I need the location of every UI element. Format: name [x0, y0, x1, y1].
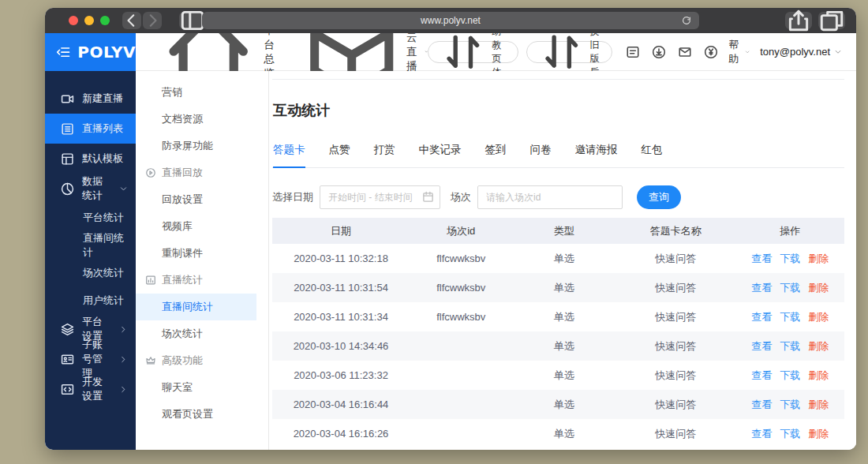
view-link[interactable]: 查看	[751, 340, 772, 352]
cell-date: 2020-03-04 16:16:44	[272, 390, 410, 419]
currency-icon[interactable]	[704, 45, 718, 59]
sidebar-item-开发设置[interactable]: 开发设置	[45, 374, 136, 404]
back-button[interactable]	[122, 12, 141, 29]
header-pill-button[interactable]: 切换旧版后台	[526, 41, 612, 63]
desktop-background: www.polyv.net POLYV 平台总览云直播 新版助教页体验中切换旧版…	[0, 0, 868, 464]
date-range-field	[320, 185, 440, 209]
sidebar-item-直播间统计[interactable]: 直播间统计	[45, 231, 136, 259]
download-link[interactable]: 下载	[780, 369, 800, 381]
sidebar-item-子账号管理[interactable]: 子账号管理	[45, 344, 136, 374]
minimize-window-button[interactable]	[84, 16, 94, 25]
app-root: POLYV 平台总览云直播 新版助教页体验中切换旧版后台 帮助 tony@pol…	[45, 33, 856, 450]
share-button[interactable]	[785, 12, 812, 29]
tab-问卷[interactable]: 问卷	[530, 143, 552, 167]
cell-type: 单选	[513, 419, 616, 448]
tab-点赞[interactable]: 点赞	[329, 143, 350, 167]
tab-红包[interactable]: 红包	[642, 143, 663, 167]
download-link[interactable]: 下载	[780, 340, 800, 352]
cell-name: 快速问答	[615, 390, 735, 419]
browser-chrome: www.polyv.net	[45, 8, 856, 33]
submenu-item-重制课件[interactable]: 重制课件	[136, 240, 268, 267]
download-link[interactable]: 下载	[780, 428, 800, 440]
submenu-item-聊天室[interactable]: 聊天室	[136, 374, 268, 401]
collapse-menu-icon[interactable]	[56, 45, 70, 59]
delete-link[interactable]: 删除	[808, 369, 829, 381]
query-button[interactable]: 查询	[637, 185, 681, 209]
header-pills: 新版助教页体验中切换旧版后台	[428, 41, 612, 63]
delete-link[interactable]: 删除	[808, 253, 829, 264]
bar-chart-icon	[145, 275, 156, 286]
delete-link[interactable]: 删除	[808, 311, 829, 323]
cell-name: 快速问答	[615, 273, 735, 302]
secondary-sidebar: 观看限制营销文档资源防录屏功能直播回放回放设置视频库重制课件直播统计直播间统计场…	[136, 71, 269, 450]
session-id-input[interactable]	[477, 185, 623, 209]
submenu-item-场次统计[interactable]: 场次统计	[136, 320, 268, 347]
cell-session-id: flfcwwksbv	[410, 244, 513, 273]
tab-中奖记录[interactable]: 中奖记录	[419, 143, 462, 167]
sidebar-item-默认模板[interactable]: 默认模板	[45, 144, 136, 174]
submenu-item-文档资源[interactable]: 文档资源	[136, 106, 268, 133]
view-link[interactable]: 查看	[751, 428, 772, 440]
download-icon[interactable]	[652, 45, 666, 59]
tab-邀请海报[interactable]: 邀请海报	[575, 143, 618, 167]
submenu-item-营销[interactable]: 营销	[136, 79, 268, 106]
submenu-item-直播间统计[interactable]: 直播间统计	[136, 294, 256, 320]
delete-link[interactable]: 删除	[808, 340, 829, 352]
sidebar-item-场次统计[interactable]: 场次统计	[45, 259, 136, 286]
view-link[interactable]: 查看	[751, 399, 772, 410]
close-window-button[interactable]	[69, 16, 78, 25]
sidebar-item-label: 用户统计	[83, 294, 124, 308]
cell-session-id	[410, 390, 513, 419]
download-link[interactable]: 下载	[780, 311, 800, 323]
url-bar[interactable]: www.polyv.net	[202, 12, 699, 29]
delete-link[interactable]: 删除	[808, 399, 829, 410]
tab-打赏[interactable]: 打赏	[374, 143, 395, 167]
sidebar-item-新建直播[interactable]: 新建直播	[45, 84, 136, 114]
cell-name: 快速问答	[615, 331, 735, 361]
zoom-window-button[interactable]	[100, 16, 110, 25]
delete-link[interactable]: 删除	[808, 282, 829, 294]
submenu-item-防录屏功能[interactable]: 防录屏功能	[136, 133, 268, 159]
account-menu[interactable]: tony@polyv.net	[760, 46, 842, 58]
document-icon[interactable]	[626, 45, 640, 59]
tab-签到[interactable]: 签到	[485, 143, 507, 167]
share-icon	[785, 8, 812, 34]
submenu-item-视频库[interactable]: 视频库	[136, 213, 268, 240]
submenu-item-观看限制[interactable]: 观看限制	[136, 71, 268, 79]
header-pill-button[interactable]: 新版助教页体验中	[428, 41, 518, 63]
forward-button[interactable]	[143, 12, 162, 29]
view-link[interactable]: 查看	[751, 311, 772, 323]
help-menu[interactable]: 帮助	[728, 38, 750, 66]
date-range-input[interactable]	[320, 185, 440, 209]
tab-答题卡[interactable]: 答题卡	[273, 143, 305, 167]
mail-icon[interactable]	[678, 45, 692, 59]
cell-actions: 查看下载删除	[735, 273, 844, 302]
sidebar-item-用户统计[interactable]: 用户统计	[45, 286, 136, 314]
tabs-overview-button[interactable]	[818, 12, 845, 29]
cell-date: 2020-03-04 16:16:26	[272, 419, 410, 448]
sidebar-item-数据统计[interactable]: 数据统计	[45, 174, 136, 204]
view-link[interactable]: 查看	[751, 369, 772, 381]
cell-date: 2020-03-11 10:31:34	[272, 302, 410, 331]
submenu-label: 营销	[162, 85, 182, 99]
download-link[interactable]: 下载	[780, 282, 800, 294]
submenu-item-观看页设置[interactable]: 观看页设置	[136, 401, 268, 428]
view-link[interactable]: 查看	[751, 253, 772, 264]
download-link[interactable]: 下载	[780, 253, 800, 264]
submenu-label: 高级功能	[162, 354, 203, 368]
sidebar-item-label: 开发设置	[82, 375, 111, 403]
cell-actions: 查看下载删除	[735, 361, 844, 390]
sidebar-item-平台统计[interactable]: 平台统计	[45, 204, 136, 231]
sidebar-item-直播列表[interactable]: 直播列表	[45, 114, 136, 144]
cell-session-id: flfcwwksbv	[410, 273, 513, 302]
reload-icon[interactable]	[681, 15, 692, 26]
download-link[interactable]: 下载	[780, 399, 800, 410]
delete-link[interactable]: 删除	[808, 428, 829, 440]
cell-name: 快速问答	[615, 302, 735, 331]
table-row: 2020-03-11 10:32:18flfcwwksbv单选快速问答查看下载删…	[272, 244, 844, 273]
table-row: 2020-03-04 16:16:26单选快速问答查看下载删除	[272, 419, 844, 448]
cell-type: 单选	[513, 244, 616, 273]
polyv-logo[interactable]: POLYV	[45, 33, 136, 71]
submenu-item-回放设置[interactable]: 回放设置	[136, 186, 268, 213]
view-link[interactable]: 查看	[751, 282, 772, 294]
